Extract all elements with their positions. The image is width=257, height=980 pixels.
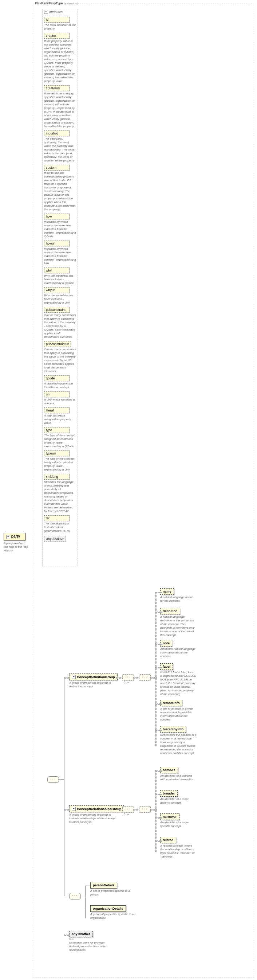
root-party: − party A party involved this hop of the… <box>4 533 25 552</box>
attributes-header: − attributes <box>43 9 78 14</box>
attribute-row: howuriIndicates by which means the value… <box>44 240 76 265</box>
cdg-child: facetIn NAR 1.8 and later, facet is depr… <box>160 663 197 696</box>
attribute-row: dirThe directionality of textual content… <box>44 515 76 533</box>
element-desc: Additional natural language information … <box>160 647 197 658</box>
attribute-desc: The date (and, optionally, the time) whe… <box>44 137 76 162</box>
cdg-child: noteAdditional natural language informat… <box>160 640 197 658</box>
attribute-label: id <box>44 17 70 22</box>
element-box: remoteInfo <box>160 700 182 706</box>
attribute-label: whyuri <box>44 287 70 293</box>
attributes-title: attributes <box>49 10 63 14</box>
element-box: facet <box>160 663 173 670</box>
attribute-row: uriA URI which identifies a concept. <box>44 391 76 405</box>
attribute-row: modifiedThe date (and, optionally, the t… <box>44 130 76 162</box>
element-desc: An identifier of a more generic concept. <box>160 797 197 805</box>
element-desc: An identifier of a concept with equivale… <box>160 774 197 781</box>
attribute-row: creatorIf the property value is not defi… <box>44 33 76 83</box>
attribute-desc: Indicates by which means the value was e… <box>44 247 76 265</box>
element-box: related <box>160 837 176 843</box>
group-label: ConceptRelationshipsGroup <box>77 807 121 811</box>
group-desc: A group of properties required to define… <box>69 681 116 689</box>
attribute-label: pubconstraint <box>44 307 70 313</box>
element-desc: A link to an item or a web resource whic… <box>160 707 197 722</box>
attribute-desc: Why the metadata has been included - exp… <box>44 274 76 285</box>
person-details: personDetails A set of properties specif… <box>90 882 134 897</box>
any-attribute: any ##other <box>44 536 66 542</box>
extension-title: FlexPartyPropType (extension) <box>35 2 78 5</box>
sequence-cdg <box>122 674 134 681</box>
any-desc: Extension point for provider-defined pro… <box>69 941 109 952</box>
attributes-block: − attributes idThe local identifier of t… <box>42 9 78 566</box>
attribute-row: typeuriThe type of the concept assigned … <box>44 450 76 472</box>
element-label: organisationDetails <box>93 907 124 910</box>
attribute-desc: Indicates by which means the value was e… <box>44 220 76 239</box>
any-mult: 0..∞ <box>69 938 109 940</box>
group-box: − ConceptRelationshipsGroup <box>69 805 124 812</box>
collapse-icon[interactable]: − <box>72 807 76 811</box>
attribute-desc: The directionality of textual content (e… <box>44 522 76 533</box>
any-other-element: any ##other 0..∞ Extension point for pro… <box>69 931 109 952</box>
collapse-icon[interactable]: − <box>72 675 76 679</box>
attribute-desc: If set to true the corresponding propert… <box>44 171 76 212</box>
attribute-row: creatoruriIf the attribute is empty, spe… <box>44 85 76 128</box>
cdg-child: nameA natural language name for the conc… <box>160 588 197 603</box>
attribute-label: pubconstrainturi <box>44 341 71 347</box>
element-desc: A set of properties specific to a person <box>90 889 134 897</box>
any-label: any ##other <box>72 932 90 936</box>
element-box: name <box>160 588 174 595</box>
attribute-desc: The local identifier of the property. <box>44 23 76 30</box>
attribute-row: qcodeA qualified code which identifies a… <box>44 375 76 389</box>
root-party-desc: A party involved this hop of the Hop His… <box>4 542 29 552</box>
group-desc: A group of properties required to indica… <box>69 813 119 824</box>
ext-marker: (extension) <box>64 2 78 5</box>
attribute-row: whyuriWhy the metadata has been included… <box>44 287 76 305</box>
element-box: sameAs <box>160 767 178 773</box>
attribute-row: typeThe type of the concept assigned as … <box>44 427 76 448</box>
attribute-label: creator <box>44 33 70 39</box>
attribute-label: xml:lang <box>44 474 70 480</box>
choice-crg <box>139 806 151 813</box>
attribute-desc: A URI which identifies a concept. <box>44 398 76 405</box>
collapse-icon[interactable]: − <box>6 535 10 539</box>
any-box: any ##other <box>69 931 93 937</box>
attribute-label: qcode <box>44 375 70 381</box>
attribute-desc: If the attribute is empty, specifies whi… <box>44 92 76 128</box>
element-desc: A related concept, where the relationshi… <box>160 844 197 859</box>
element-desc: Represents the position of a concept in … <box>160 733 197 755</box>
element-box: broader <box>160 790 178 797</box>
attribute-desc: Specifies the language of this property … <box>44 480 76 513</box>
attribute-desc: A qualified code which identifies a conc… <box>44 382 76 389</box>
attribute-label: typeuri <box>44 450 70 456</box>
attribute-desc: Why the metadata has been included - exp… <box>44 294 76 305</box>
element-box: organisationDetails <box>90 905 126 912</box>
collapse-icon[interactable]: − <box>44 10 48 14</box>
choice-cdg <box>139 674 151 681</box>
element-box: definition <box>160 608 180 614</box>
element-desc: An identifier of a more specific concept… <box>160 821 197 828</box>
group-box: − ConceptDefinitionGroup <box>69 673 117 681</box>
attribute-label: creatoruri <box>44 85 70 91</box>
element-desc: In NAR 1.8 and later, facet is deprecate… <box>160 671 197 696</box>
attribute-row: whyWhy the metadata has been included - … <box>44 267 76 285</box>
cdg-child: definitionA natural language definition … <box>160 608 197 637</box>
attribute-row: idThe local identifier of the property. <box>44 17 76 30</box>
attribute-label: uri <box>44 391 70 397</box>
element-desc: A group of properties specific to an org… <box>90 913 138 920</box>
attribute-label: literal <box>44 407 70 413</box>
attribute-row: customIf set to true the corresponding p… <box>44 165 76 212</box>
attribute-row: pubconstrainturiOne or many constraints … <box>44 341 76 373</box>
cdg-child: remoteInfoA link to an item or a web res… <box>160 700 197 722</box>
attribute-desc: The type of the concept assigned as cont… <box>44 434 76 448</box>
attribute-desc: One or many constraints that apply to pu… <box>44 313 76 339</box>
root-party-element: − party <box>4 533 25 541</box>
attribute-label: dir <box>44 515 70 521</box>
canvas: − party A party involved this hop of the… <box>0 0 257 980</box>
attribute-label: modified <box>44 130 70 136</box>
attribute-desc: If the property value is not defined, sp… <box>44 39 76 83</box>
sequence-crg <box>122 806 134 813</box>
element-desc: A natural language definition of the sem… <box>160 615 197 637</box>
attribute-label: type <box>44 427 70 433</box>
occurrence-cdg: 0..∞ <box>124 681 129 684</box>
attribute-desc: A free-text value assigned as property v… <box>44 414 76 425</box>
element-label: personDetails <box>93 883 115 887</box>
